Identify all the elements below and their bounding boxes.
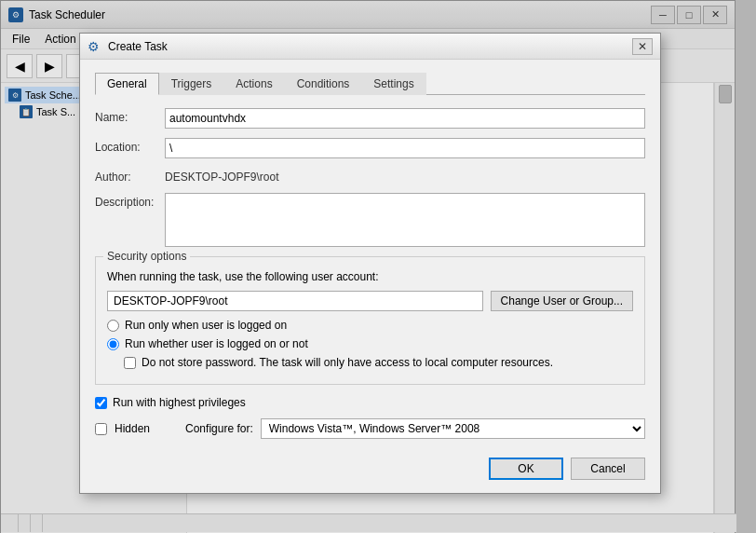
highest-privileges-label[interactable]: Run with highest privileges [113, 396, 246, 409]
dialog-icon: ⚙ [88, 39, 102, 54]
user-account-row: Change User or Group... [107, 291, 633, 311]
radio-whether-row: Run whether user is logged on or not [107, 337, 633, 350]
create-task-dialog: ⚙ Create Task ✕ General Triggers Actions… [79, 33, 661, 494]
author-label: Author: [95, 168, 165, 184]
cancel-button[interactable]: Cancel [571, 458, 645, 480]
location-input[interactable] [165, 138, 645, 158]
tab-settings[interactable]: Settings [361, 73, 425, 95]
no-password-label[interactable]: Do not store password. The task will onl… [142, 356, 553, 369]
configure-select[interactable]: Windows Vista™, Windows Server™ 2008 Win… [261, 418, 645, 439]
hidden-checkbox[interactable] [95, 423, 107, 435]
dialog-body: General Triggers Actions Conditions Sett… [80, 60, 660, 450]
description-input[interactable] [165, 193, 645, 247]
location-label: Location: [95, 138, 165, 154]
hidden-label[interactable]: Hidden [115, 422, 150, 435]
tab-conditions[interactable]: Conditions [285, 73, 362, 95]
name-input[interactable] [165, 108, 645, 129]
dialog-close-icon: ✕ [638, 40, 647, 53]
security-group: Security options When running the task, … [95, 256, 645, 385]
change-user-button[interactable]: Change User or Group... [491, 291, 633, 311]
dialog-title-bar: ⚙ Create Task ✕ [80, 34, 660, 60]
tab-actions[interactable]: Actions [223, 73, 284, 95]
radio-logged-on[interactable] [107, 320, 119, 332]
highest-privileges-checkbox[interactable] [95, 397, 107, 409]
tab-triggers[interactable]: Triggers [159, 73, 224, 95]
ok-button[interactable]: OK [489, 458, 563, 480]
configure-label: Configure for: [185, 422, 253, 435]
no-password-row: Do not store password. The task will onl… [124, 356, 633, 369]
configure-row: Hidden Configure for: Windows Vista™, Wi… [95, 418, 645, 439]
tab-general[interactable]: General [95, 73, 159, 95]
dialog-close-button[interactable]: ✕ [632, 38, 653, 55]
name-row: Name: [95, 108, 645, 129]
when-running-label: When running the task, use the following… [107, 270, 633, 283]
user-account-input[interactable] [107, 291, 483, 311]
description-label: Description: [95, 193, 165, 209]
radio-logged-on-row: Run only when user is logged on [107, 319, 633, 332]
author-value: DESKTOP-JOPF9\root [165, 168, 645, 184]
radio-whether[interactable] [107, 338, 119, 350]
security-group-title: Security options [103, 250, 190, 263]
dialog-footer: OK Cancel [80, 450, 660, 493]
highest-privileges-row: Run with highest privileges [95, 396, 645, 409]
radio-whether-label[interactable]: Run whether user is logged on or not [125, 337, 308, 350]
no-password-checkbox[interactable] [124, 357, 136, 369]
author-row: Author: DESKTOP-JOPF9\root [95, 168, 645, 184]
name-label: Name: [95, 108, 165, 124]
tab-bar: General Triggers Actions Conditions Sett… [95, 73, 645, 95]
radio-logged-on-label[interactable]: Run only when user is logged on [125, 319, 287, 332]
dialog-title: Create Task [108, 40, 632, 53]
location-row: Location: [95, 138, 645, 158]
description-row: Description: [95, 193, 645, 247]
